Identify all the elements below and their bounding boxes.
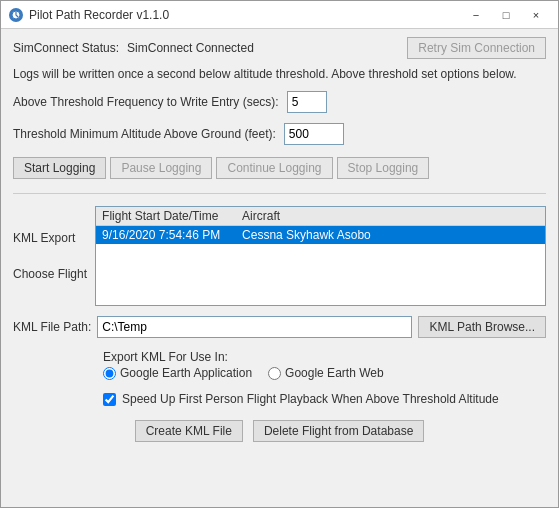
speedup-checkbox[interactable]: [103, 393, 116, 406]
radio-input-web[interactable]: [268, 367, 281, 380]
retry-sim-button[interactable]: Retry Sim Connection: [407, 37, 546, 59]
table-row[interactable]: 9/16/2020 7:54:46 PM Cessna Skyhawk Asob…: [96, 226, 545, 244]
file-path-label: KML File Path:: [13, 320, 91, 334]
export-section: Export KML For Use In: Google Earth Appl…: [103, 350, 546, 380]
radio-row: Google Earth Application Google Earth We…: [103, 366, 546, 380]
radio-label-app: Google Earth Application: [120, 366, 252, 380]
radio-google-earth-app[interactable]: Google Earth Application: [103, 366, 252, 380]
altitude-row: Threshold Minimum Altitude Above Ground …: [13, 123, 546, 145]
title-bar-left: Pilot Path Recorder v1.1.0: [9, 8, 169, 22]
flight-table: Flight Start Date/Time Aircraft 9/16/202…: [95, 206, 546, 306]
frequency-input[interactable]: [287, 91, 327, 113]
create-kml-button[interactable]: Create KML File: [135, 420, 243, 442]
stop-logging-button[interactable]: Stop Logging: [337, 157, 430, 179]
radio-label-web: Google Earth Web: [285, 366, 384, 380]
app-title: Pilot Path Recorder v1.1.0: [29, 8, 169, 22]
action-row: Create KML File Delete Flight from Datab…: [13, 420, 546, 442]
choose-flight-label: Choose Flight: [13, 267, 87, 281]
kml-section: KML Export Choose Flight Flight Start Da…: [13, 206, 546, 306]
info-text: Logs will be written once a second below…: [13, 67, 546, 81]
file-path-input[interactable]: [97, 316, 412, 338]
kml-browse-button[interactable]: KML Path Browse...: [418, 316, 546, 338]
header-aircraft: Aircraft: [242, 209, 539, 223]
altitude-label: Threshold Minimum Altitude Above Ground …: [13, 127, 276, 141]
logging-buttons: Start Logging Pause Logging Continue Log…: [13, 157, 546, 179]
content-area: SimConnect Status: SimConnect Connected …: [1, 29, 558, 507]
continue-logging-button[interactable]: Continue Logging: [216, 157, 332, 179]
title-bar-controls: − □ ×: [462, 5, 550, 25]
frequency-row: Above Threshold Frequency to Write Entry…: [13, 91, 546, 113]
kml-labels: KML Export Choose Flight: [13, 206, 87, 306]
flight-date: 9/16/2020 7:54:46 PM: [102, 228, 242, 242]
maximize-button[interactable]: □: [492, 5, 520, 25]
header-date: Flight Start Date/Time: [102, 209, 242, 223]
checkbox-row: Speed Up First Person Flight Playback Wh…: [103, 392, 546, 406]
radio-google-earth-web[interactable]: Google Earth Web: [268, 366, 384, 380]
simconnect-value: SimConnect Connected: [127, 41, 254, 55]
start-logging-button[interactable]: Start Logging: [13, 157, 106, 179]
kml-export-label: KML Export: [13, 231, 87, 245]
file-path-row: KML File Path: KML Path Browse...: [13, 316, 546, 338]
minimize-button[interactable]: −: [462, 5, 490, 25]
pause-logging-button[interactable]: Pause Logging: [110, 157, 212, 179]
flight-table-header: Flight Start Date/Time Aircraft: [96, 207, 545, 226]
frequency-label: Above Threshold Frequency to Write Entry…: [13, 95, 279, 109]
altitude-input[interactable]: [284, 123, 344, 145]
title-bar: Pilot Path Recorder v1.1.0 − □ ×: [1, 1, 558, 29]
close-button[interactable]: ×: [522, 5, 550, 25]
app-icon: [9, 8, 23, 22]
export-label: Export KML For Use In:: [103, 350, 546, 364]
divider1: [13, 193, 546, 194]
simconnect-label: SimConnect Status:: [13, 41, 119, 55]
simconnect-row: SimConnect Status: SimConnect Connected …: [13, 37, 546, 59]
radio-input-app[interactable]: [103, 367, 116, 380]
main-window: Pilot Path Recorder v1.1.0 − □ × SimConn…: [0, 0, 559, 508]
flight-aircraft: Cessna Skyhawk Asobo: [242, 228, 539, 242]
checkbox-label: Speed Up First Person Flight Playback Wh…: [122, 392, 499, 406]
delete-flight-button[interactable]: Delete Flight from Database: [253, 420, 424, 442]
